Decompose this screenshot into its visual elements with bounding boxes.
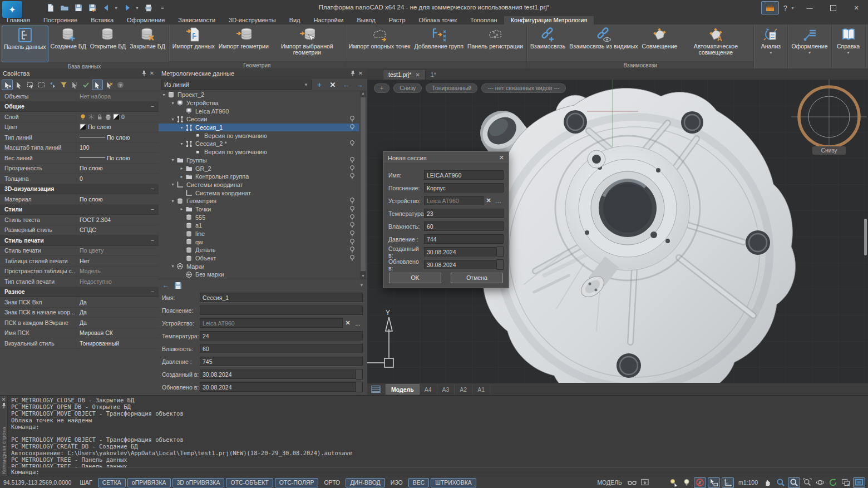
tree-item[interactable]: Без марки	[159, 270, 359, 279]
view-direction-pill[interactable]: Снизу	[393, 83, 422, 93]
tree-item[interactable]: ▸Контрольня группа	[159, 172, 359, 181]
visibility-bulb-icon[interactable]	[349, 254, 356, 262]
annotation-scale[interactable]: m1:100	[736, 479, 761, 486]
close-icon[interactable]: ✕	[415, 72, 420, 78]
zoom-button[interactable]	[775, 478, 786, 487]
property-row[interactable]: Слой0	[0, 112, 159, 122]
ribbon-button[interactable]: Создание БД	[49, 26, 88, 61]
clear-icon[interactable]: ✕	[343, 319, 353, 327]
visibility-bulb-icon[interactable]	[349, 197, 356, 205]
viewports-button[interactable]	[840, 478, 851, 487]
property-section-header[interactable]: 3D-визуализация−	[0, 184, 159, 195]
cursor-box-button[interactable]	[708, 477, 720, 488]
sel-help-button[interactable]: ?	[115, 80, 125, 90]
property-value[interactable]: Недоступно	[76, 277, 159, 287]
menu-tab-5[interactable]: Зависимости	[171, 16, 222, 24]
expander-icon[interactable]: ▸	[179, 206, 185, 211]
dialog-field-input[interactable]: 30.08.2024	[424, 260, 497, 269]
ribbon-button[interactable]: Добавление групп	[412, 26, 465, 61]
add-node-button[interactable]: +	[314, 80, 325, 90]
dialog-field-input[interactable]: 744	[424, 234, 504, 244]
toggle-штриховка[interactable]: ШТРИХОВКА	[431, 478, 476, 487]
tree-item[interactable]: line	[159, 230, 359, 238]
property-row[interactable]: ЦветПо слою	[0, 122, 159, 133]
property-value[interactable]: По слою	[76, 194, 159, 204]
ribbon-button[interactable]: >Импорт выбранной геометрии	[271, 26, 343, 61]
scroll-down-icon[interactable]: ▼	[360, 273, 366, 279]
delete-node-button[interactable]: ✕	[327, 80, 338, 90]
layout-tab[interactable]: А3	[437, 385, 455, 394]
chevron-down-icon[interactable]: ▼	[114, 6, 120, 10]
tree-item[interactable]: Объект	[159, 254, 359, 263]
sel-move-button[interactable]	[70, 80, 80, 90]
property-value[interactable]: Модель	[76, 267, 159, 277]
property-row[interactable]: ОбъектыНет набора	[0, 91, 159, 102]
help-menu-button[interactable]: ?	[781, 4, 790, 12]
toggle-шаг[interactable]: ШАГ	[76, 479, 96, 487]
session-field-input[interactable]: 30.08.2024	[200, 382, 356, 392]
property-value[interactable]: Да	[76, 318, 159, 328]
sel-rect-button[interactable]	[25, 80, 35, 90]
tree-item[interactable]: ▾Устройства	[159, 99, 359, 107]
property-section-header[interactable]: Общие−	[0, 102, 159, 112]
visibility-bulb-icon[interactable]	[349, 115, 356, 123]
visibility-bulb-icon[interactable]	[349, 214, 356, 221]
property-row[interactable]: ПСК в каждом ВЭкранеДа	[0, 318, 159, 328]
sel-lasso-button[interactable]	[36, 80, 46, 90]
tree-item[interactable]: ▸GR_2	[159, 164, 359, 172]
model-space-label[interactable]: МОДЕЛЬ	[594, 479, 625, 486]
ribbon-button[interactable]: Оформление▼	[790, 26, 829, 66]
property-value[interactable]: ГОСТ 2.304	[76, 215, 159, 225]
pin-icon[interactable]	[1, 402, 7, 409]
session-field-input[interactable]: 60	[200, 344, 363, 353]
qat-save-as-button[interactable]	[86, 2, 98, 13]
expander-icon[interactable]: ▾	[161, 92, 167, 97]
sel-invert-button[interactable]	[47, 80, 57, 90]
ribbon-button[interactable]: Закрытие БД	[128, 26, 167, 61]
property-value[interactable]: По слою	[76, 122, 159, 132]
property-value[interactable]: 0	[76, 174, 159, 184]
sel-apply-button[interactable]	[81, 80, 91, 90]
date-spinner[interactable]	[497, 247, 504, 257]
sel-remove-button[interactable]	[104, 80, 114, 90]
date-spinner[interactable]	[497, 259, 504, 270]
regen-button[interactable]	[827, 478, 839, 487]
tree-filter-combo[interactable]: Из линий ▼	[161, 80, 312, 90]
expander-icon[interactable]: ▾	[170, 101, 176, 106]
close-icon[interactable]: ✕	[499, 154, 504, 161]
visual-style-pill[interactable]: Тонированный	[426, 83, 477, 93]
property-section-header[interactable]: Стили−	[0, 205, 159, 215]
collapse-icon[interactable]: −	[151, 103, 154, 110]
ribbon-button[interactable]: >Импорт геометрии	[217, 26, 270, 61]
property-value[interactable]: Тонированный	[76, 338, 159, 348]
expander-icon[interactable]: ▾	[170, 199, 176, 204]
glasses-button[interactable]	[627, 478, 638, 487]
document-tab[interactable]: 1*	[426, 70, 441, 80]
visibility-bulb-icon[interactable]	[349, 140, 356, 147]
linked-views-pill[interactable]: --- нет связанных видов ---	[481, 83, 565, 93]
maximize-button[interactable]	[821, 0, 845, 16]
property-row[interactable]: Таблица стилей печатиНет	[0, 256, 159, 267]
visibility-bulb-icon[interactable]	[349, 246, 356, 254]
scrollbar-thumb[interactable]	[361, 97, 366, 271]
dialog-field-input[interactable]: Leica AT960	[424, 196, 484, 205]
dialog-field-input[interactable]: 60	[424, 221, 504, 231]
menu-tab-13[interactable]: Конфигурация Метрология	[504, 16, 594, 24]
property-row[interactable]: Вес линийПо слою	[0, 153, 159, 164]
property-value[interactable]: 0	[76, 112, 159, 122]
menu-tab-6[interactable]: 3D-инструменты	[222, 16, 283, 24]
menu-tab-3[interactable]: Вставка	[84, 16, 120, 24]
visibility-bulb-icon[interactable]	[349, 205, 356, 213]
menu-tab-4[interactable]: Оформление	[120, 16, 171, 24]
session-field-input[interactable]: Leica AT960	[200, 318, 343, 328]
property-row[interactable]: Масштаб типа линий100	[0, 143, 159, 154]
sel-append-button[interactable]	[2, 80, 13, 90]
property-row[interactable]: Пространство таблицы с...Модель	[0, 267, 159, 277]
ribbon-button[interactable]: Анализ▼	[756, 26, 786, 66]
tree-item[interactable]: Leica AT960	[159, 107, 359, 115]
no-draw-button[interactable]	[694, 477, 706, 488]
visibility-bulb-icon[interactable]	[349, 221, 356, 229]
property-value[interactable]: По слою	[76, 153, 159, 163]
toggle-опривязка[interactable]: оПРИВЯЗКА	[127, 478, 171, 487]
ribbon-button[interactable]: Импорт опорных точек	[347, 26, 412, 61]
